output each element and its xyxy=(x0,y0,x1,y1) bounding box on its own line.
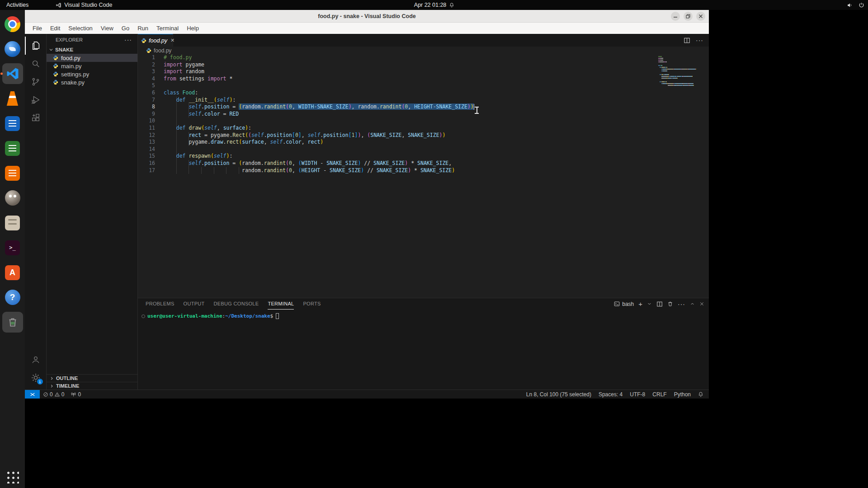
editor-more-actions-icon[interactable]: ··· xyxy=(696,37,703,44)
breadcrumb[interactable]: food.py xyxy=(138,47,709,54)
menu-help[interactable]: Help xyxy=(183,24,203,33)
close-panel-icon[interactable] xyxy=(699,301,704,306)
menu-run[interactable]: Run xyxy=(133,24,152,33)
menu-edit[interactable]: Edit xyxy=(46,24,64,33)
timeline-pane[interactable]: TIMELINE xyxy=(47,382,137,389)
dock-item-vlc[interactable] xyxy=(2,88,23,109)
menu-view[interactable]: View xyxy=(97,24,118,33)
file-food-py[interactable]: food.py xyxy=(47,54,137,62)
remote-indicator[interactable] xyxy=(25,390,40,399)
python-file-icon xyxy=(146,48,151,53)
command-decoration-icon[interactable] xyxy=(142,314,145,318)
editor-line-9[interactable]: 9 self.color = RED xyxy=(138,111,709,118)
run-debug-icon[interactable] xyxy=(25,91,47,109)
terminal-content[interactable]: user@user-virtual-machine : ~/Desktop/sn… xyxy=(138,310,709,389)
editor-line-15[interactable]: 15 def respawn(self): xyxy=(138,153,709,160)
clock[interactable]: Apr 22 01:28 xyxy=(414,2,454,8)
editor-line-10[interactable]: 10 xyxy=(138,117,709,125)
dock-item-trash[interactable] xyxy=(2,312,23,333)
minimize-button[interactable] xyxy=(671,12,680,21)
new-terminal-icon[interactable]: + xyxy=(638,300,642,308)
notifications-bell-icon[interactable] xyxy=(698,391,703,397)
dock-item-appcenter[interactable]: A xyxy=(2,262,23,283)
power-icon[interactable] xyxy=(859,2,864,8)
code-editor[interactable]: 1# food.py2import pygame3import random4f… xyxy=(138,54,709,298)
editor-line-7[interactable]: 7 def __init__(self): xyxy=(138,97,709,104)
extensions-icon[interactable] xyxy=(25,109,47,127)
dock-item-gimp[interactable] xyxy=(2,188,23,208)
dock-item-writer[interactable] xyxy=(2,113,23,134)
search-icon[interactable] xyxy=(25,55,47,73)
file-main-py[interactable]: main.py xyxy=(47,62,137,70)
editor-line-16[interactable]: 16 self.position = (random.randint(0, (W… xyxy=(138,160,709,167)
dock-item-files[interactable] xyxy=(2,212,23,233)
split-terminal-icon[interactable] xyxy=(656,301,663,307)
app-grid-icon[interactable] xyxy=(6,471,19,483)
editor-line-11[interactable]: 11 def draw(self, surface): xyxy=(138,125,709,132)
menu-selection[interactable]: Selection xyxy=(64,24,96,33)
panel-tab-output[interactable]: OUTPUT xyxy=(184,298,205,310)
window-titlebar[interactable]: food.py - snake - Visual Studio Code xyxy=(25,10,709,23)
explorer-actions-icon[interactable]: ··· xyxy=(124,36,132,43)
eol-sequence[interactable]: CRLF xyxy=(652,391,666,398)
ports-indicator[interactable]: 0 xyxy=(67,391,84,398)
problems-indicator[interactable]: 0 0 xyxy=(40,391,67,398)
dock-item-impress[interactable] xyxy=(2,163,23,183)
kill-terminal-icon[interactable] xyxy=(667,301,673,307)
outline-pane[interactable]: OUTLINE xyxy=(47,374,137,382)
terminal-profile-chevron-icon[interactable] xyxy=(647,301,652,306)
editor-line-12[interactable]: 12 rect = pygame.Rect((self.position[0],… xyxy=(138,132,709,139)
dock-item-code[interactable] xyxy=(2,63,23,84)
editor-line-3[interactable]: 3import random xyxy=(138,68,709,75)
close-button[interactable] xyxy=(696,12,705,21)
editor-line-5[interactable]: 5 xyxy=(138,82,709,89)
menu-go[interactable]: Go xyxy=(118,24,133,33)
editor-line-1[interactable]: 1# food.py xyxy=(138,54,709,61)
editor-line-14[interactable]: 14 xyxy=(138,146,709,153)
python-file-icon xyxy=(53,71,58,77)
editor-line-2[interactable]: 2import pygame xyxy=(138,61,709,69)
source-control-icon[interactable] xyxy=(25,73,47,91)
dock-item-chrome[interactable] xyxy=(2,14,23,34)
explorer-title: EXPLORER xyxy=(56,37,83,42)
terminal-instance-bash[interactable]: bash xyxy=(614,301,634,307)
dock-item-help[interactable]: ? xyxy=(2,287,23,308)
encoding[interactable]: UTF-8 xyxy=(630,391,645,398)
dock-item-blue[interactable] xyxy=(2,38,23,59)
cursor-position[interactable]: Ln 8, Col 100 (75 selected) xyxy=(526,391,591,398)
editor-line-8[interactable]: 8 self.position = (random.randint(0, WID… xyxy=(138,103,709,111)
editor-line-4[interactable]: 4from settings import * xyxy=(138,75,709,83)
language-mode[interactable]: Python xyxy=(674,391,691,398)
explorer-icon[interactable] xyxy=(25,37,47,55)
terminal-app-icon: >_ xyxy=(5,240,20,255)
dock-item-calc[interactable] xyxy=(2,138,23,159)
libreoffice-calc-icon xyxy=(5,141,20,156)
indentation[interactable]: Spaces: 4 xyxy=(599,391,623,398)
panel-tab-problems[interactable]: PROBLEMS xyxy=(146,298,175,310)
panel-more-actions-icon[interactable]: ··· xyxy=(678,300,685,308)
maximize-panel-icon[interactable] xyxy=(690,301,695,306)
panel-tab-debug-console[interactable]: DEBUG CONSOLE xyxy=(214,298,259,310)
editor-line-6[interactable]: 6class Food: xyxy=(138,89,709,97)
panel-tab-terminal[interactable]: TERMINAL xyxy=(268,298,294,310)
menu-terminal[interactable]: Terminal xyxy=(152,24,183,33)
account-icon[interactable] xyxy=(25,351,47,369)
minimap[interactable] xyxy=(658,54,703,87)
dock-item-term[interactable]: >_ xyxy=(2,237,23,258)
bottom-panel: PROBLEMSOUTPUTDEBUG CONSOLETERMINALPORTS… xyxy=(138,298,709,389)
panel-tab-ports[interactable]: PORTS xyxy=(303,298,321,310)
activities-button[interactable]: Activities xyxy=(0,0,35,10)
folder-section-snake[interactable]: SNAKE xyxy=(47,46,137,54)
file-snake-py[interactable]: snake.py xyxy=(47,78,137,86)
file-settings-py[interactable]: settings.py xyxy=(47,70,137,78)
editor-line-13[interactable]: 13 pygame.draw.rect(surface, self.color,… xyxy=(138,139,709,146)
settings-gear-icon[interactable]: 1 xyxy=(25,369,47,387)
focused-app-indicator[interactable]: Visual Studio Code xyxy=(56,2,112,8)
volume-icon[interactable] xyxy=(847,2,853,8)
menu-file[interactable]: File xyxy=(28,24,46,33)
restore-button[interactable] xyxy=(684,12,693,21)
tab-close-icon[interactable]: ✕ xyxy=(170,38,175,43)
split-editor-icon[interactable] xyxy=(684,37,690,44)
tab-food-py[interactable]: food.py ✕ xyxy=(138,34,173,47)
editor-line-17[interactable]: 17 random.randint(0, (HEIGHT - SNAKE_SIZ… xyxy=(138,167,709,174)
